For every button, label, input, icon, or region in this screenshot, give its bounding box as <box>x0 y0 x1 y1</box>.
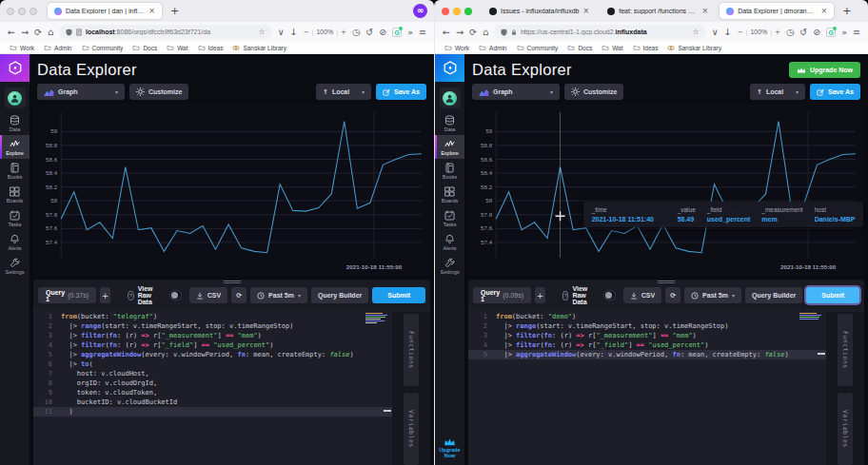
sidebar-item-boards[interactable]: Boards <box>0 183 30 206</box>
downloads-icon[interactable]: ↓ <box>724 27 732 37</box>
query-tab[interactable]: Query 1(0.09s) <box>473 287 531 303</box>
shield-icon[interactable] <box>501 29 507 36</box>
sidebar-item-explore[interactable]: Explore <box>0 135 30 159</box>
functions-tab[interactable]: Functions <box>838 314 853 386</box>
sidebar-item-settings[interactable]: Settings <box>435 254 464 278</box>
forward-button[interactable]: → <box>21 27 29 37</box>
code-line[interactable]: 2 |> range(start: v.timeRangeStart, stop… <box>33 321 392 331</box>
back-button[interactable]: ← <box>443 27 450 37</box>
sidebar-item-tasks[interactable]: Tasks <box>435 206 464 230</box>
code-line[interactable]: 3 |> filter(fn: (r) => r["_measurement"]… <box>468 331 826 340</box>
sidebar-item-books[interactable]: Books <box>0 159 30 183</box>
flux-code[interactable]: 1from(bucket: "telegraf")2 |> range(star… <box>33 312 392 465</box>
sidebar-item-books[interactable]: Books <box>435 159 464 183</box>
overflow-chevron-icon[interactable]: » <box>841 27 847 37</box>
save-as-button[interactable]: Save As <box>810 84 860 100</box>
add-query-button[interactable]: + <box>535 287 545 303</box>
blocked-icon[interactable]: ⊘ <box>813 27 820 37</box>
menu-button[interactable]: ≡ <box>853 27 860 37</box>
query-builder-button[interactable]: Query Builder <box>311 287 368 303</box>
csv-button[interactable]: CSV <box>623 287 661 303</box>
add-query-button[interactable]: + <box>100 287 110 303</box>
upgrade-now-button[interactable]: Upgrade Now <box>789 62 860 78</box>
close-window-button[interactable] <box>7 8 14 15</box>
clock-icon[interactable]: ◷ <box>352 27 360 37</box>
zoom-in-button[interactable]: + <box>775 29 780 36</box>
time-range-dropdown[interactable]: Past 5m▾ <box>684 287 741 303</box>
query-tab[interactable]: Query 1(0.37s) <box>38 287 96 303</box>
view-raw-data-toggle[interactable] <box>169 290 182 300</box>
overflow-chevron-icon[interactable]: » <box>407 27 413 37</box>
code-line[interactable]: 7 host: v.cloudHost, <box>33 369 392 378</box>
reload-button[interactable]: ⟳ <box>469 27 477 37</box>
minimize-window-button[interactable] <box>453 8 461 15</box>
code-line[interactable]: 9 token: v.cloudToken, <box>33 388 392 397</box>
refresh-button[interactable]: ⟳ <box>231 287 247 303</box>
pocket-icon[interactable]: ∨ <box>278 27 285 37</box>
zoom-level[interactable]: 100% <box>316 29 333 35</box>
lock-icon[interactable] <box>511 29 517 36</box>
tab-close-icon[interactable]: × <box>583 7 590 15</box>
blocked-icon[interactable]: ⊘ <box>379 27 386 37</box>
zoom-out-button[interactable]: − <box>304 29 309 36</box>
page-icon[interactable] <box>76 29 82 36</box>
forward-button[interactable]: → <box>456 27 464 37</box>
browser-tab[interactable]: Data Explorer | dmoran@influxd × <box>720 3 834 19</box>
minimap[interactable] <box>365 313 390 323</box>
url-text[interactable]: https://us-central1-1.gcp.cloud2.influxd… <box>521 29 689 35</box>
tab-close-icon[interactable]: × <box>702 7 709 15</box>
pocket-icon[interactable]: ∨ <box>712 27 719 37</box>
sidebar-item-boards[interactable]: Boards <box>435 183 464 206</box>
avatar[interactable] <box>5 87 26 108</box>
grammarly-extension-icon[interactable]: G <box>826 28 836 37</box>
close-window-button[interactable] <box>442 8 449 15</box>
url-text[interactable]: localhost:8086/orgs/dfccb9f63d23f721/da <box>86 29 255 35</box>
submit-button[interactable]: Submit <box>372 287 425 303</box>
code-line[interactable]: 5 |> aggregateWindow(every: v.windowPeri… <box>33 350 392 359</box>
code-line[interactable]: 4 |> filter(fn: (r) => r["_field"] == "u… <box>33 340 392 350</box>
minimize-window-button[interactable] <box>18 8 26 15</box>
tab-close-icon[interactable]: × <box>148 7 155 15</box>
history-icon[interactable]: ↺ <box>365 27 373 37</box>
view-type-dropdown[interactable]: Graph▾ <box>37 84 125 100</box>
code-editor[interactable]: 1from(bucket: "demo")2 |> range(start: v… <box>468 309 864 465</box>
avatar[interactable] <box>440 87 461 108</box>
code-line[interactable]: 1from(bucket: "demo") <box>468 312 826 321</box>
code-editor[interactable]: 1from(bucket: "telegraf")2 |> range(star… <box>33 309 430 465</box>
upgrade-now-sidebar[interactable]: Upgrade Now <box>435 437 464 458</box>
sidebar-item-alerts[interactable]: Alerts <box>435 230 464 254</box>
write-target-dropdown[interactable]: ↑Local▾ <box>316 84 371 100</box>
time-range-dropdown[interactable]: Past 5m▾ <box>250 287 307 303</box>
sidebar-item-explore[interactable]: Explore <box>435 135 464 159</box>
chart[interactable]: 57.457.657.85858.258.458.658.8592021-10-… <box>470 106 862 274</box>
url-bar[interactable]: localhost:8086/orgs/dfccb9f63d23f721/da … <box>59 25 272 39</box>
customize-button[interactable]: Customize <box>564 84 623 100</box>
browser-tab[interactable]: Data Explorer | dan | InfluxDB × <box>48 3 162 19</box>
sidebar-item-alerts[interactable]: Alerts <box>0 230 30 254</box>
view-type-dropdown[interactable]: Graph▾ <box>472 84 560 100</box>
view-raw-data-toggle[interactable] <box>603 290 616 300</box>
grammarly-extension-icon[interactable]: G <box>392 28 402 37</box>
flux-code[interactable]: 1from(bucket: "demo")2 |> range(start: v… <box>468 312 826 465</box>
variables-tab[interactable]: Variables <box>404 393 419 465</box>
bookmark-item[interactable]: Work <box>10 45 34 51</box>
bookmark-item[interactable]: Docs <box>132 45 157 51</box>
code-line[interactable]: 11 ) <box>33 407 392 417</box>
sidebar-item-data[interactable]: Data <box>435 111 464 135</box>
bookmark-item[interactable]: Wat <box>167 45 187 51</box>
bookmark-item[interactable]: Ideas <box>633 45 659 51</box>
bookmark-item[interactable]: Community <box>517 45 559 51</box>
history-icon[interactable]: ↺ <box>799 27 807 37</box>
panel-drag-handle[interactable] <box>658 281 675 284</box>
bookmark-item[interactable]: Ideas <box>198 45 224 51</box>
extension-badge-icon[interactable]: ∞ <box>413 4 427 18</box>
back-button[interactable]: ← <box>8 27 15 37</box>
browser-tab[interactable]: feat: support /functions endpoi × <box>601 3 715 19</box>
url-bar[interactable]: https://us-central1-1.gcp.cloud2.influxd… <box>494 25 706 39</box>
code-line[interactable]: 5 |> aggregateWindow(every: v.windowPeri… <box>468 350 826 359</box>
refresh-button[interactable]: ⟳ <box>665 287 681 303</box>
chart[interactable]: 57.457.657.85858.258.458.658.8592021-10-… <box>35 106 428 274</box>
home-button[interactable]: ⌂ <box>483 27 488 37</box>
bookmark-item[interactable]: Sanskar Library <box>232 45 286 51</box>
tab-close-icon[interactable]: × <box>821 7 828 15</box>
